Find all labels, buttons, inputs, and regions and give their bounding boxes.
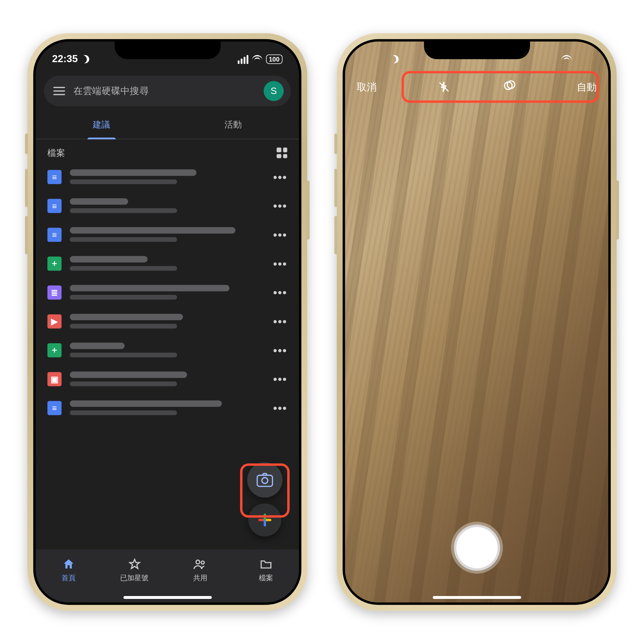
cancel-button[interactable]: 取消 — [357, 80, 377, 94]
phone-drive: 22:35 100 在雲端硬碟中搜尋 S 建議 活動 檔案 — [27, 33, 307, 611]
more-icon[interactable]: ••• — [273, 174, 287, 180]
layout-grid-icon[interactable] — [277, 147, 287, 158]
sheet-file-icon: ＋ — [47, 343, 62, 357]
avatar[interactable]: S — [264, 81, 284, 101]
notch — [424, 42, 530, 59]
wifi-icon — [252, 55, 262, 63]
bottom-nav: 首頁 已加星號 共用 檔案 — [36, 549, 299, 602]
new-fab[interactable] — [248, 504, 281, 536]
scan-fab[interactable] — [247, 462, 283, 498]
file-row[interactable]: ＋••• — [36, 249, 299, 278]
svg-point-2 — [196, 560, 200, 564]
file-title-blurred — [70, 314, 265, 328]
tabs: 建議 活動 — [36, 111, 299, 139]
people-icon — [194, 557, 207, 570]
nav-files[interactable]: 檔案 — [233, 549, 299, 591]
file-title-blurred — [70, 343, 265, 357]
wifi-icon — [561, 55, 572, 63]
home-indicator[interactable] — [432, 596, 521, 599]
nav-starred[interactable]: 已加星號 — [101, 549, 167, 591]
plus-icon — [258, 514, 271, 526]
doc-file-icon: ≡ — [47, 401, 62, 415]
svg-point-3 — [202, 561, 204, 563]
nav-home[interactable]: 首頁 — [36, 549, 102, 591]
doc-file-icon: ≡ — [47, 170, 62, 184]
scanner-toolbar: 取消 自動 — [345, 71, 608, 103]
svg-point-1 — [262, 478, 268, 483]
more-icon[interactable]: ••• — [273, 376, 287, 382]
file-row[interactable]: ≡••• — [36, 162, 299, 191]
battery-icon: 100 — [266, 54, 282, 64]
doc-file-icon: ≡ — [47, 227, 62, 241]
status-time: 22:35 — [52, 53, 78, 65]
home-icon — [62, 557, 75, 570]
file-row[interactable]: ▣••• — [36, 365, 299, 393]
file-row[interactable]: ≡••• — [36, 220, 299, 249]
file-title-blurred — [70, 372, 265, 386]
more-icon[interactable]: ••• — [273, 405, 287, 411]
home-indicator[interactable] — [123, 596, 212, 599]
svg-point-6 — [507, 81, 514, 88]
more-icon[interactable]: ••• — [273, 203, 287, 208]
flash-off-icon[interactable] — [438, 80, 450, 94]
file-row[interactable]: ▶••• — [36, 307, 299, 336]
tab-suggestions[interactable]: 建議 — [36, 111, 167, 139]
notch — [114, 42, 220, 59]
sheet-file-icon: ＋ — [47, 256, 62, 270]
section-label: 檔案 — [47, 147, 65, 159]
file-title-blurred — [70, 198, 265, 213]
star-icon — [128, 557, 141, 570]
file-row[interactable]: ≡••• — [36, 191, 299, 220]
more-icon[interactable]: ••• — [273, 347, 287, 353]
doc-file-icon: ≡ — [47, 199, 62, 213]
file-title-blurred — [70, 227, 265, 242]
folder-icon — [260, 557, 272, 570]
more-icon[interactable]: ••• — [273, 260, 287, 266]
file-row[interactable]: ≡••• — [36, 393, 299, 422]
vid-file-icon: ▶ — [47, 314, 62, 328]
tab-activity[interactable]: 活動 — [167, 111, 299, 139]
camera-icon — [257, 473, 273, 487]
search-placeholder: 在雲端硬碟中搜尋 — [73, 85, 255, 97]
form-file-icon: ≣ — [47, 285, 62, 299]
svg-rect-0 — [257, 475, 273, 487]
file-title-blurred — [70, 169, 265, 184]
file-row[interactable]: ≣••• — [36, 278, 299, 307]
nav-shared[interactable]: 共用 — [167, 549, 233, 591]
filter-icon[interactable] — [503, 79, 516, 95]
file-row[interactable]: ＋••• — [36, 336, 299, 365]
phone-scanner: 22:35 100 取消 — [337, 33, 617, 611]
camera-viewfinder — [345, 42, 608, 602]
file-title-blurred — [70, 400, 265, 415]
section-header: 檔案 — [36, 139, 299, 162]
cellular-icon — [238, 55, 248, 63]
img-file-icon: ▣ — [47, 372, 62, 386]
more-icon[interactable]: ••• — [273, 318, 287, 324]
auto-button[interactable]: 自動 — [577, 80, 597, 94]
search-bar[interactable]: 在雲端硬碟中搜尋 S — [44, 76, 291, 106]
file-title-blurred — [70, 285, 265, 300]
more-icon[interactable]: ••• — [273, 232, 287, 237]
menu-icon[interactable] — [53, 87, 65, 95]
more-icon[interactable]: ••• — [273, 289, 287, 295]
dnd-moon-icon — [80, 54, 91, 64]
file-title-blurred — [70, 256, 265, 271]
shutter-button[interactable] — [454, 525, 500, 571]
